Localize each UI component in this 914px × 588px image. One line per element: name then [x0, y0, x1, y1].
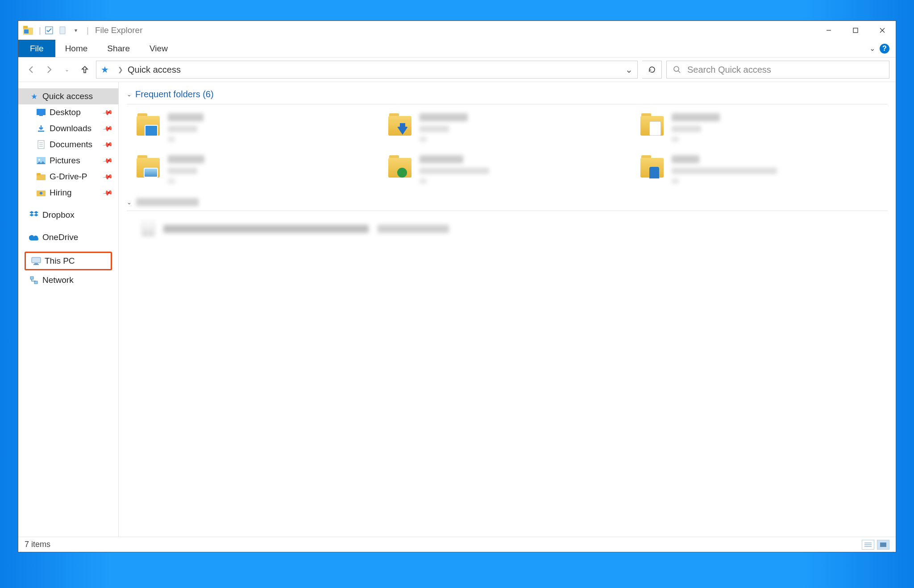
folder-item[interactable]: [640, 155, 888, 186]
help-icon[interactable]: ?: [880, 44, 889, 54]
folder-name-blurred: [168, 113, 204, 121]
sidebar-item-downloads[interactable]: Downloads📌: [18, 120, 118, 137]
svg-rect-1: [23, 26, 28, 29]
close-button[interactable]: [869, 21, 896, 40]
folder-icon: [137, 113, 162, 137]
sidebar-item-hiring[interactable]: Hiring📌: [18, 185, 118, 201]
svg-line-10: [678, 71, 680, 73]
download-icon: [36, 124, 46, 133]
folder-location-blurred: [672, 126, 701, 132]
pin-icon: 📌: [102, 171, 114, 182]
sidebar-onedrive[interactable]: OneDrive: [18, 229, 118, 245]
recent-locations-button[interactable]: ⌄: [60, 63, 74, 76]
svg-rect-26: [33, 264, 39, 265]
folder-item[interactable]: [640, 113, 888, 144]
sidebar-network[interactable]: Network: [18, 272, 118, 288]
folder-pin-blurred: [420, 178, 427, 184]
sidebar-dropbox[interactable]: Dropbox: [18, 207, 118, 223]
folder-pin-blurred: [672, 137, 679, 142]
svg-point-9: [674, 66, 679, 71]
large-icons-view-button[interactable]: [877, 540, 889, 550]
tab-share[interactable]: Share: [97, 40, 140, 57]
svg-rect-4: [60, 27, 65, 34]
minimize-button[interactable]: [815, 21, 842, 40]
frequent-folders-header[interactable]: ⌄ Frequent folders (6): [119, 82, 896, 102]
ribbon-tabs: File Home Share View ⌄ ?: [18, 40, 896, 58]
search-box[interactable]: Search Quick access: [666, 61, 889, 79]
pin-icon: 📌: [102, 139, 114, 150]
svg-rect-12: [39, 115, 43, 116]
folder-name-blurred: [420, 155, 463, 163]
document-icon: [36, 140, 46, 149]
folder-icon: [137, 155, 162, 178]
qat-newfolder-icon[interactable]: [57, 25, 68, 36]
qat-properties-icon[interactable]: [44, 25, 54, 36]
content-pane: ⌄ Frequent folders (6) ⌄: [119, 82, 896, 537]
folder-pin-blurred: [420, 137, 427, 142]
pin-icon: 📌: [102, 107, 114, 118]
pin-icon: 📌: [102, 187, 114, 199]
sidebar-item-documents[interactable]: Documents📌: [18, 137, 118, 153]
svg-point-23: [40, 192, 42, 195]
desktop-icon: [36, 108, 46, 117]
dropbox-icon: [29, 210, 39, 220]
sidebar-this-pc[interactable]: This PC: [26, 253, 111, 269]
back-button[interactable]: [25, 63, 38, 76]
folder-location-blurred: [168, 168, 197, 174]
folder-item[interactable]: [388, 155, 636, 186]
tab-view[interactable]: View: [140, 40, 178, 57]
file-icon: [142, 222, 154, 236]
svg-rect-21: [37, 173, 41, 175]
tab-file[interactable]: File: [18, 40, 55, 57]
address-bar[interactable]: ★ ❯ Quick access ⌄: [96, 61, 638, 79]
refresh-button[interactable]: [642, 61, 662, 79]
search-icon: [673, 66, 681, 74]
navigation-pane: ★ Quick access Desktop📌 Downloads📌 Docum…: [18, 82, 119, 537]
recent-file-item[interactable]: [119, 219, 896, 239]
pin-icon: 📌: [102, 123, 114, 134]
svg-rect-28: [34, 281, 37, 284]
quick-access-star-icon: ★: [101, 64, 109, 75]
network-icon: [29, 275, 39, 285]
body: ★ Quick access Desktop📌 Downloads📌 Docum…: [18, 82, 896, 537]
breadcrumb-chevron-icon: ❯: [118, 66, 123, 73]
folder-icon: [640, 113, 665, 137]
details-view-button[interactable]: [862, 540, 874, 550]
address-dropdown-icon[interactable]: ⌄: [625, 64, 633, 75]
ribbon-collapse-icon[interactable]: ⌄: [869, 44, 875, 53]
forward-button[interactable]: [42, 63, 56, 76]
folder-location-blurred: [420, 126, 449, 132]
sidebar-quick-access[interactable]: ★ Quick access: [18, 88, 118, 104]
title-bar: | ▾ | File Explorer: [18, 21, 896, 40]
sidebar-item-pictures[interactable]: Pictures📌: [18, 153, 118, 169]
maximize-button[interactable]: [842, 21, 869, 40]
star-icon: ★: [29, 91, 39, 101]
folder-icon: [388, 155, 413, 178]
sidebar-item-gdrive[interactable]: G-Drive-P📌: [18, 169, 118, 185]
folder-item[interactable]: [388, 113, 636, 144]
window-title: File Explorer: [95, 25, 143, 35]
recent-files-header[interactable]: ⌄: [119, 196, 896, 208]
search-placeholder: Search Quick access: [687, 65, 771, 75]
folder-name-blurred: [672, 113, 720, 121]
svg-rect-27: [30, 277, 33, 279]
svg-rect-32: [880, 542, 886, 547]
sidebar-item-desktop[interactable]: Desktop📌: [18, 104, 118, 120]
up-button[interactable]: [78, 63, 91, 76]
pin-icon: 📌: [102, 155, 114, 166]
folder-pin-blurred: [168, 137, 175, 142]
qat-customize-icon[interactable]: ▾: [71, 25, 81, 36]
folder-item[interactable]: [137, 113, 384, 144]
onedrive-icon: [29, 232, 39, 242]
folder-name-blurred: [168, 155, 204, 163]
computer-icon: [31, 256, 41, 266]
explorer-icon: [23, 25, 33, 36]
folder-pin-blurred: [168, 178, 175, 184]
chevron-down-icon: ⌄: [127, 91, 132, 98]
folder-item[interactable]: [137, 155, 384, 186]
folder-icon: [36, 172, 46, 182]
recent-file-location-blurred: [378, 225, 449, 233]
folder-location-blurred: [168, 126, 197, 132]
tab-home[interactable]: Home: [55, 40, 98, 57]
svg-rect-6: [853, 28, 858, 33]
